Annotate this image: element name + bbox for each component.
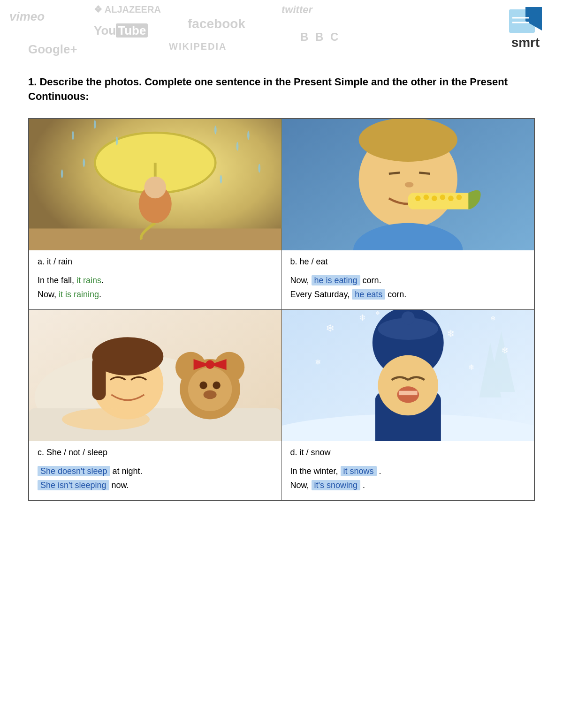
image-sleep	[29, 310, 282, 441]
main-content: 1. Describe the photos. Complete one sen…	[0, 61, 563, 515]
label-b: b. he / eat	[290, 257, 526, 267]
cell-b: b. he / eat Now, he is eating corn. Ever…	[282, 119, 534, 310]
svg-point-31	[440, 195, 445, 200]
watermark-wikipedia: WIKIPEDIA	[169, 41, 227, 52]
sentence-d2: Now, it's snowing .	[290, 478, 526, 493]
watermark-youtube: YouTube	[94, 23, 148, 38]
image-eat	[282, 119, 534, 250]
svg-point-23	[358, 119, 457, 162]
image-rain	[29, 119, 282, 250]
svg-text:❄: ❄	[358, 313, 365, 323]
cell-a: a. it / rain In the fall, it rains. Now,…	[29, 119, 282, 310]
svg-text:❄: ❄	[375, 310, 380, 316]
cell-d: ❄ ❄ ❄ ❄ ❄ ❄ ❄ ❄ d. it / snow	[282, 309, 534, 501]
svg-point-57	[401, 311, 414, 324]
highlight-a1: it rains	[76, 276, 101, 285]
instruction-text: 1. Describe the photos. Complete one sen…	[28, 75, 535, 104]
svg-text:❄: ❄	[326, 322, 335, 334]
sentence-b2: Every Saturday, he eats corn.	[290, 287, 526, 302]
watermark-google: Google+	[28, 42, 77, 57]
svg-point-14	[214, 125, 217, 134]
highlight-c1: She doesn't sleep	[38, 466, 110, 476]
photo-grid: a. it / rain In the fall, it rains. Now,…	[28, 118, 535, 501]
svg-point-45	[199, 382, 207, 389]
svg-rect-5	[29, 228, 282, 250]
highlight-b1: he is eating	[312, 275, 360, 285]
watermark-vimeo: vimeo	[9, 9, 45, 24]
svg-point-16	[61, 169, 63, 178]
watermark-header: vimeo ❖ ALJAZEERA twitter YouTube facebo…	[0, 0, 563, 61]
svg-point-44	[188, 367, 232, 411]
cell-c: c. She / not / sleep She doesn't sleep a…	[29, 309, 282, 501]
svg-text:❄: ❄	[446, 328, 455, 339]
cell-d-text: d. it / snow In the winter, it snows . N…	[282, 441, 534, 500]
svg-rect-60	[398, 390, 417, 395]
instruction-body: Describe the photos. Complete one senten…	[28, 76, 508, 102]
image-snow: ❄ ❄ ❄ ❄ ❄ ❄ ❄ ❄	[282, 310, 534, 441]
svg-point-20	[220, 175, 222, 184]
sentence-a2: Now, it is raining.	[38, 287, 273, 302]
svg-point-46	[213, 382, 220, 389]
instruction-number: 1.	[28, 76, 37, 88]
sentence-c2: She isn't sleeping now.	[38, 478, 273, 493]
sentence-a1: In the fall, it rains.	[38, 273, 273, 288]
sentence-c1: She doesn't sleep at night.	[38, 464, 273, 479]
svg-point-19	[258, 164, 260, 173]
cell-b-text: b. he / eat Now, he is eating corn. Ever…	[282, 250, 534, 309]
cell-a-text: a. it / rain In the fall, it rains. Now,…	[29, 250, 282, 309]
svg-point-11	[72, 131, 74, 140]
svg-point-17	[83, 158, 85, 167]
svg-text:❄: ❄	[315, 357, 321, 366]
svg-point-12	[94, 120, 96, 129]
grid-row-bottom: c. She / not / sleep She doesn't sleep a…	[29, 309, 534, 501]
svg-line-25	[419, 173, 430, 173]
watermark-bbc: B B C	[300, 30, 340, 44]
svg-point-49	[62, 408, 150, 430]
logo-container: smrt	[507, 5, 544, 50]
label-a: a. it / rain	[38, 257, 273, 267]
sentence-b1: Now, he is eating corn.	[290, 273, 526, 288]
svg-point-18	[247, 131, 250, 140]
label-d: d. it / snow	[290, 448, 526, 458]
svg-point-29	[423, 195, 429, 200]
highlight-b2: he eats	[352, 289, 385, 300]
label-c: c. She / not / sleep	[38, 448, 273, 458]
svg-text:❄: ❄	[490, 315, 496, 322]
svg-point-58	[378, 355, 438, 416]
highlight-c2: She isn't sleeping	[38, 480, 109, 490]
svg-point-33	[456, 195, 462, 200]
svg-point-47	[204, 390, 217, 399]
svg-point-48	[205, 360, 214, 369]
svg-point-15	[236, 142, 239, 150]
svg-point-28	[415, 195, 420, 201]
svg-point-32	[448, 195, 454, 201]
svg-text:❄: ❄	[468, 363, 474, 371]
svg-point-10	[144, 176, 166, 198]
sentence-d1: In the winter, it snows .	[290, 464, 526, 479]
svg-point-26	[404, 182, 413, 188]
svg-point-30	[431, 195, 437, 201]
cell-c-text: c. She / not / sleep She doesn't sleep a…	[29, 441, 282, 500]
watermark-aljazeera: ❖ ALJAZEERA	[94, 4, 161, 15]
svg-rect-37	[29, 408, 282, 441]
svg-line-24	[388, 173, 399, 173]
highlight-d2: it's snowing	[312, 480, 360, 490]
svg-rect-40	[92, 356, 106, 400]
svg-point-13	[116, 136, 118, 145]
svg-text:❄: ❄	[501, 345, 509, 355]
highlight-a2: it is raining	[59, 290, 99, 299]
grid-row-top: a. it / rain In the fall, it rains. Now,…	[29, 119, 534, 310]
logo-icon	[507, 5, 544, 38]
highlight-d1: it snows	[341, 466, 377, 476]
watermark-facebook: facebook	[188, 16, 245, 31]
watermark-twitter: twitter	[282, 4, 312, 16]
